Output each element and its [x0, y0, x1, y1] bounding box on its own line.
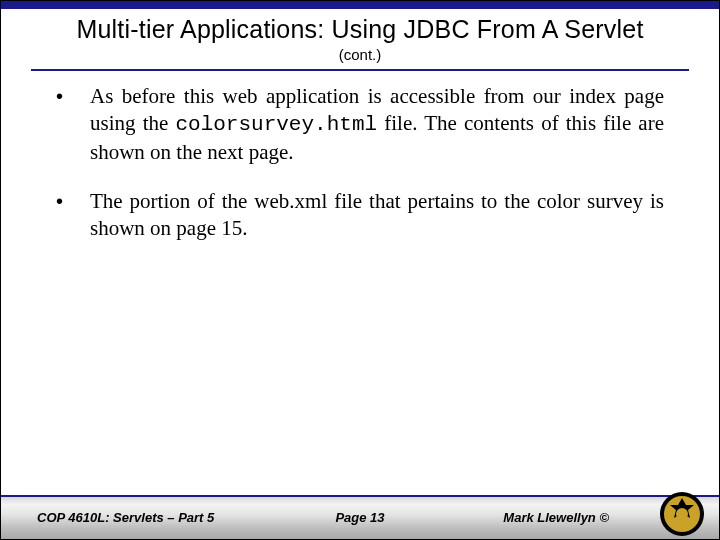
- title-area: Multi-tier Applications: Using JDBC From…: [1, 9, 719, 65]
- slide: Multi-tier Applications: Using JDBC From…: [0, 0, 720, 540]
- footer-bar: COP 4610L: Servlets – Part 5 Page 13 Mar…: [1, 497, 719, 539]
- footer: COP 4610L: Servlets – Part 5 Page 13 Mar…: [1, 495, 719, 539]
- ucf-logo-icon: [659, 491, 705, 537]
- footer-author: Mark Llewellyn ©: [503, 510, 609, 525]
- list-item: • As before this web application is acce…: [56, 83, 664, 166]
- bullet-text: As before this web application is access…: [90, 83, 664, 166]
- top-accent-bar: [1, 1, 719, 9]
- content-area: • As before this web application is acce…: [1, 71, 719, 243]
- code-text: colorsurvey.html: [175, 113, 377, 136]
- svg-point-2: [676, 508, 688, 520]
- list-item: • The portion of the web.xml file that p…: [56, 188, 664, 244]
- slide-title: Multi-tier Applications: Using JDBC From…: [31, 15, 689, 44]
- bullet-icon: •: [56, 83, 90, 166]
- slide-subtitle: (cont.): [31, 46, 689, 63]
- bullet-icon: •: [56, 188, 90, 244]
- bullet-text: The portion of the web.xml file that per…: [90, 188, 664, 244]
- footer-page: Page 13: [1, 510, 719, 525]
- text-fragment: The portion of the web.xml file that per…: [90, 189, 664, 240]
